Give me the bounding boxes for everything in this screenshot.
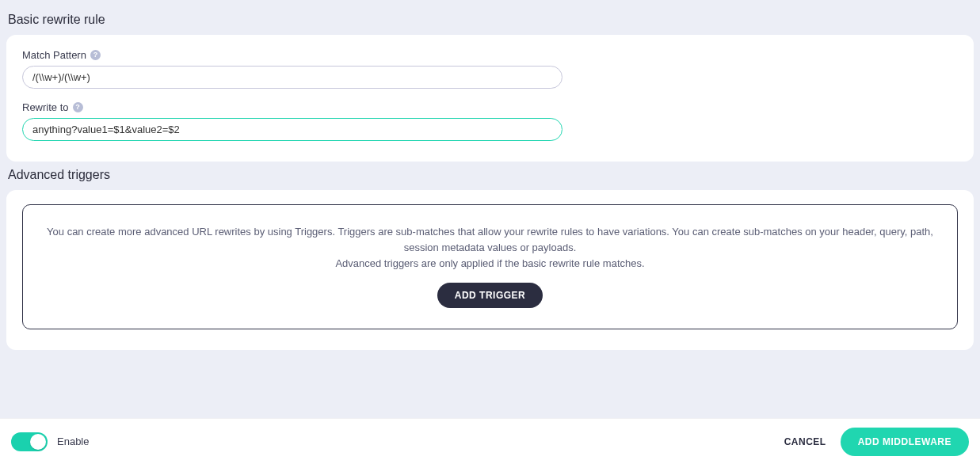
triggers-box: You can create more advanced URL rewrite… xyxy=(22,204,958,329)
basic-rewrite-card: Match Pattern ? Rewrite to ? xyxy=(6,35,974,162)
triggers-description-line2: Advanced triggers are only applied if th… xyxy=(335,257,644,269)
rewrite-to-label: Rewrite to xyxy=(22,101,69,113)
match-pattern-group: Match Pattern ? xyxy=(22,49,958,89)
footer-bar: Enable CANCEL ADD MIDDLEWARE xyxy=(0,418,980,464)
add-middleware-button[interactable]: ADD MIDDLEWARE xyxy=(841,428,969,456)
advanced-triggers-card: You can create more advanced URL rewrite… xyxy=(6,190,974,350)
help-icon[interactable]: ? xyxy=(73,102,83,112)
add-trigger-button[interactable]: ADD TRIGGER xyxy=(437,283,543,308)
match-pattern-label: Match Pattern xyxy=(22,49,86,61)
toggle-knob xyxy=(30,434,46,450)
enable-toggle[interactable] xyxy=(11,432,48,451)
rewrite-to-input[interactable] xyxy=(22,118,562,141)
help-icon[interactable]: ? xyxy=(90,50,101,60)
triggers-description-line1: You can create more advanced URL rewrite… xyxy=(47,226,933,253)
advanced-triggers-title: Advanced triggers xyxy=(8,168,974,182)
cancel-button[interactable]: CANCEL xyxy=(784,436,826,447)
rewrite-to-group: Rewrite to ? xyxy=(22,101,958,141)
match-pattern-input[interactable] xyxy=(22,66,562,89)
triggers-description: You can create more advanced URL rewrite… xyxy=(47,224,933,272)
basic-rewrite-title: Basic rewrite rule xyxy=(8,13,974,27)
enable-label: Enable xyxy=(57,435,89,447)
